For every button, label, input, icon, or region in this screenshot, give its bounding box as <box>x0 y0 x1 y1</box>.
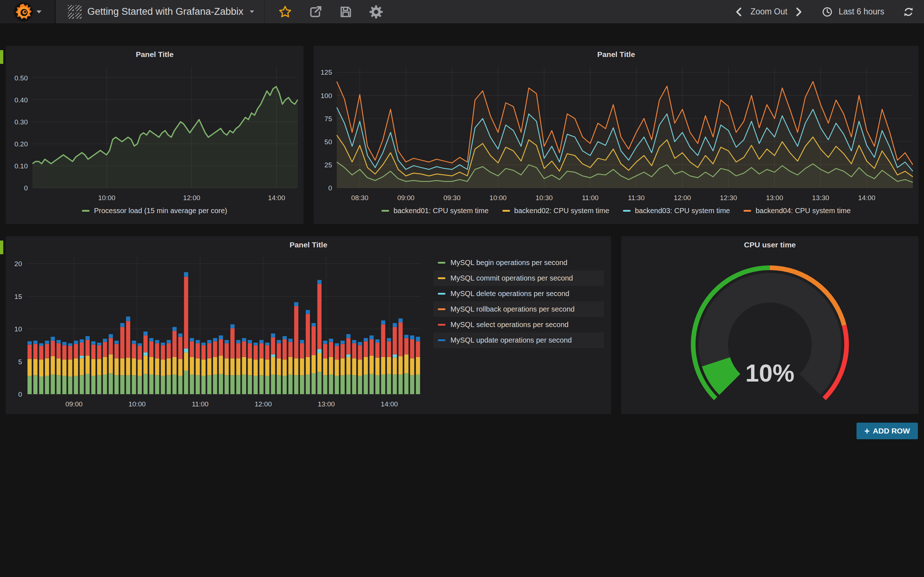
legend-item[interactable]: Processor load (15 min average per core) <box>82 206 227 215</box>
svg-text:10%: 10% <box>745 359 795 387</box>
svg-text:75: 75 <box>325 115 332 122</box>
svg-text:0.50: 0.50 <box>15 74 28 82</box>
svg-text:13:00: 13:00 <box>766 194 783 201</box>
row-collapse-tab-1[interactable] <box>0 50 3 64</box>
svg-text:25: 25 <box>325 161 332 169</box>
svg-text:12:30: 12:30 <box>720 194 737 201</box>
legend-item[interactable]: MySQL commit operations per second <box>433 271 604 286</box>
cpu-user-time-gauge[interactable]: 10% <box>621 236 919 414</box>
legend-color-dash-icon <box>743 210 751 212</box>
svg-text:14:00: 14:00 <box>381 400 398 408</box>
dashboard-title: Getting Started with Grafana-Zabbix <box>87 6 243 17</box>
svg-text:09:30: 09:30 <box>443 194 460 201</box>
svg-text:0: 0 <box>328 184 332 192</box>
save-button[interactable] <box>339 5 353 19</box>
legend-color-dash-icon <box>82 210 89 212</box>
clock-icon <box>822 6 833 17</box>
panel-title[interactable]: Panel Title <box>6 50 304 59</box>
top-navbar: Getting Started with Grafana-Zabbix <box>0 0 924 24</box>
dashboard-grid-icon <box>68 5 82 19</box>
svg-text:12:00: 12:00 <box>674 194 691 201</box>
legend-label: MySQL delete operations per second <box>451 290 569 298</box>
legend-label: Processor load (15 min average per core) <box>94 206 227 215</box>
legend: Processor load (15 min average per core) <box>6 206 304 215</box>
legend-item[interactable]: backend02: CPU system time <box>502 206 609 215</box>
time-range-picker[interactable]: Last 6 hours <box>838 7 884 16</box>
svg-text:11:00: 11:00 <box>192 400 208 408</box>
dashboard-title-dropdown[interactable]: Getting Started with Grafana-Zabbix <box>56 0 265 23</box>
legend-label: backend04: CPU system time <box>756 206 850 215</box>
panel-title[interactable]: Panel Title <box>313 50 919 59</box>
svg-text:13:30: 13:30 <box>812 194 829 201</box>
svg-text:11:30: 11:30 <box>628 194 645 201</box>
legend-color-dash-icon <box>438 262 446 264</box>
panel-title[interactable]: Panel Title <box>6 240 611 249</box>
legend-label: MySQL begin operations per second <box>451 259 567 267</box>
svg-text:10:00: 10:00 <box>489 194 507 201</box>
add-row-button[interactable]: + ADD ROW <box>856 423 918 439</box>
svg-text:12:00: 12:00 <box>254 400 272 408</box>
svg-text:10: 10 <box>15 325 22 333</box>
time-forward-chevron-button[interactable] <box>793 6 804 17</box>
panel-cpu-system-time: Panel Title 025507510012508:3009:0009:30… <box>313 46 919 224</box>
legend-item[interactable]: backend01: CPU system time <box>381 206 488 215</box>
svg-text:11:00: 11:00 <box>582 194 598 201</box>
mysql-operations-chart[interactable]: 0510152009:0010:0011:0012:0013:0014:00 <box>27 257 421 394</box>
legend-color-dash-icon <box>438 293 446 295</box>
panel-cpu-user-time: CPU user time 10% <box>621 236 919 414</box>
legend-item[interactable]: MySQL delete operations per second <box>433 286 604 301</box>
legend-color-dash-icon <box>438 277 446 279</box>
legend-item[interactable]: MySQL rollback operations per second <box>433 301 604 317</box>
svg-text:09:00: 09:00 <box>65 400 82 408</box>
legend-label: MySQL select operations per second <box>451 321 569 329</box>
legend-label: MySQL rollback operations per second <box>451 305 575 313</box>
svg-text:15: 15 <box>15 293 22 300</box>
legend-label: backend03: CPU system time <box>635 206 730 215</box>
legend-item[interactable]: MySQL update operations per second <box>433 332 604 348</box>
processor-load-chart[interactable]: 00.100.200.300.400.5010:0012:0014:00 <box>32 67 298 188</box>
svg-text:0: 0 <box>18 390 22 398</box>
settings-gear-icon[interactable] <box>369 5 383 19</box>
legend-color-dash-icon <box>438 324 446 326</box>
svg-text:08:30: 08:30 <box>351 194 368 201</box>
grafana-menu-toggle[interactable] <box>0 0 56 23</box>
svg-text:125: 125 <box>320 69 332 76</box>
share-button[interactable] <box>309 5 322 19</box>
time-back-chevron-button[interactable] <box>734 6 745 17</box>
svg-text:10:00: 10:00 <box>129 400 146 408</box>
svg-text:0.30: 0.30 <box>15 118 28 126</box>
legend-label: backend02: CPU system time <box>514 206 609 215</box>
svg-text:10:30: 10:30 <box>536 194 553 201</box>
svg-text:5: 5 <box>18 358 22 366</box>
svg-text:50: 50 <box>325 138 332 146</box>
panel-mysql-operations: Panel Title 0510152009:0010:0011:0012:00… <box>6 236 611 414</box>
cpu-system-time-chart[interactable]: 025507510012508:3009:0009:3010:0010:3011… <box>337 67 913 188</box>
plus-icon: + <box>864 426 870 436</box>
legend-label: backend01: CPU system time <box>393 206 488 215</box>
legend-label: MySQL commit operations per second <box>451 274 573 282</box>
legend-item[interactable]: backend04: CPU system time <box>743 206 850 215</box>
legend-item[interactable]: MySQL begin operations per second <box>433 255 604 271</box>
row-collapse-tab-2[interactable] <box>0 240 3 254</box>
svg-text:20: 20 <box>15 260 22 268</box>
svg-text:0.10: 0.10 <box>15 162 28 170</box>
legend-label: MySQL update operations per second <box>451 336 572 344</box>
legend-item[interactable]: backend03: CPU system time <box>623 206 730 215</box>
refresh-icon[interactable] <box>903 6 914 17</box>
svg-text:0.40: 0.40 <box>15 96 28 104</box>
svg-text:12:00: 12:00 <box>183 194 200 201</box>
legend: MySQL begin operations per secondMySQL c… <box>433 255 604 348</box>
svg-text:14:00: 14:00 <box>858 194 876 201</box>
panel-processor-load: Panel Title 00.100.200.300.400.5010:0012… <box>6 46 304 224</box>
legend: backend01: CPU system timebackend02: CPU… <box>313 206 919 215</box>
svg-text:09:00: 09:00 <box>397 194 415 201</box>
legend-item[interactable]: MySQL select operations per second <box>433 317 604 332</box>
legend-color-dash-icon <box>623 210 630 212</box>
svg-text:14:00: 14:00 <box>268 194 285 201</box>
star-favorite-button[interactable] <box>278 5 292 19</box>
legend-color-dash-icon <box>438 308 446 310</box>
legend-color-dash-icon <box>502 210 510 212</box>
legend-color-dash-icon <box>381 210 389 212</box>
dashboard-title-caret-icon <box>250 10 254 13</box>
zoom-out-button[interactable]: Zoom Out <box>750 7 787 16</box>
